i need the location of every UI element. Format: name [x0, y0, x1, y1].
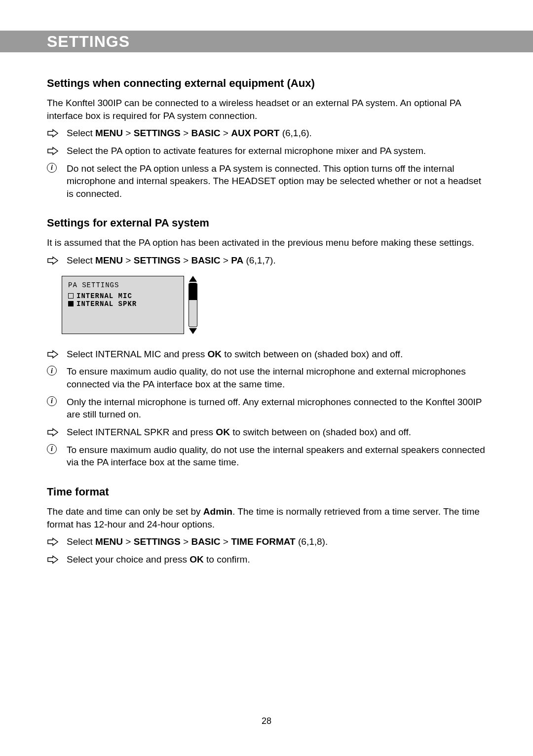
scrollbar-track [189, 283, 197, 327]
list-item: Select your choice and press OK to confi… [47, 553, 486, 566]
list-item: Select MENU > SETTINGS > BASIC > AUX POR… [47, 127, 486, 140]
triangle-up-icon [189, 276, 197, 282]
lcd-display: PA SETTINGS INTERNAL MIC INTERNAL SPKR [62, 276, 486, 334]
instruction-list: Select MENU > SETTINGS > BASIC > TIME FO… [47, 535, 486, 566]
info-icon: i [47, 396, 57, 406]
arrow-right-icon [47, 426, 59, 438]
page-content: Settings when connecting external equipm… [0, 52, 533, 566]
scrollbar-thumb [189, 283, 197, 300]
info-icon: i [47, 366, 57, 376]
instruction-list: Select MENU > SETTINGS > BASIC > PA (6,1… [47, 254, 486, 267]
item-text: Select MENU > SETTINGS > BASIC > PA (6,1… [67, 255, 276, 265]
section-intro: It is assumed that the PA option has bee… [47, 236, 486, 249]
list-item: i To ensure maximum audio quality, do no… [47, 444, 486, 469]
instruction-list: Select INTERNAL MIC and press OK to swit… [47, 348, 486, 469]
checkbox-empty-icon [68, 293, 74, 299]
arrow-right-icon [47, 145, 59, 157]
item-text: Select the PA option to activate feature… [67, 146, 426, 156]
scrollbar [186, 276, 200, 334]
arrow-right-icon [47, 536, 59, 548]
item-text: To ensure maximum audio quality, do not … [67, 366, 466, 389]
list-item: Select MENU > SETTINGS > BASIC > TIME FO… [47, 535, 486, 548]
item-text: Only the internal microphone is turned o… [67, 397, 482, 420]
list-item: Select MENU > SETTINGS > BASIC > PA (6,1… [47, 254, 486, 267]
item-text: Select INTERNAL SPKR and press OK to swi… [67, 427, 411, 437]
item-text: Select INTERNAL MIC and press OK to swit… [67, 349, 403, 359]
page-banner: SETTINGS [0, 31, 533, 52]
arrow-right-icon [47, 554, 59, 566]
list-item: Select INTERNAL MIC and press OK to swit… [47, 348, 486, 361]
item-text: Select your choice and press OK to confi… [67, 554, 250, 565]
arrow-right-icon [47, 255, 59, 266]
lcd-screen: PA SETTINGS INTERNAL MIC INTERNAL SPKR [62, 276, 184, 334]
section-heading-pa: Settings for external PA system [47, 217, 486, 229]
info-icon: i [47, 163, 57, 173]
item-text: Do not select the PA option unless a PA … [67, 163, 481, 199]
checkbox-filled-icon [68, 301, 74, 306]
banner-title: SETTINGS [47, 33, 130, 51]
lcd-row: INTERNAL MIC [68, 292, 178, 300]
list-item: i Do not select the PA option unless a P… [47, 162, 486, 200]
item-text: To ensure maximum audio quality, do not … [67, 445, 485, 468]
info-icon: i [47, 444, 57, 454]
list-item: Select INTERNAL SPKR and press OK to swi… [47, 426, 486, 439]
section-heading-time: Time format [47, 486, 486, 498]
lcd-title: PA SETTINGS [68, 281, 178, 289]
section-intro: The Konftel 300IP can be connected to a … [47, 97, 486, 122]
item-text: Select MENU > SETTINGS > BASIC > TIME FO… [67, 536, 328, 547]
arrow-right-icon [47, 348, 59, 360]
triangle-down-icon [189, 328, 197, 334]
list-item: Select the PA option to activate feature… [47, 145, 486, 157]
page-number: 28 [0, 716, 533, 726]
list-item: i To ensure maximum audio quality, do no… [47, 365, 486, 390]
arrow-right-icon [47, 127, 59, 139]
list-item: i Only the internal microphone is turned… [47, 396, 486, 421]
section-heading-aux: Settings when connecting external equipm… [47, 77, 486, 90]
lcd-row: INTERNAL SPKR [68, 300, 178, 308]
item-text: Select MENU > SETTINGS > BASIC > AUX POR… [67, 128, 312, 138]
instruction-list: Select MENU > SETTINGS > BASIC > AUX POR… [47, 127, 486, 200]
section-intro: The date and time can only be set by Adm… [47, 505, 486, 530]
